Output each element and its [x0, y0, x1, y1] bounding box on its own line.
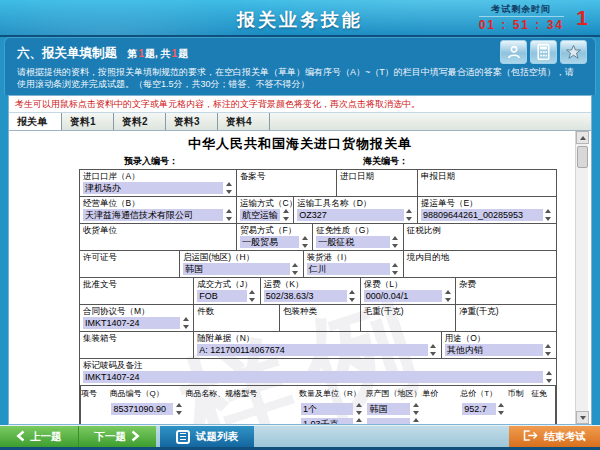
field-usage: 用途（O） 其他内销: [442, 332, 556, 358]
next-question-button[interactable]: 下一题: [78, 426, 157, 447]
operator-input[interactable]: 天津益海通信技术有限公司: [83, 209, 223, 221]
item1-total-cell: 952.7: [460, 402, 507, 424]
spinner-control[interactable]: [391, 236, 400, 248]
scroll-down-button[interactable]: [576, 411, 589, 424]
contract-no-input[interactable]: IMKT1407-24: [83, 317, 180, 329]
question-list-button[interactable]: 试题列表: [160, 426, 254, 447]
marks-input[interactable]: IMKT1407-24: [83, 371, 543, 383]
spinner-control[interactable]: [248, 290, 257, 302]
form-title: 中华人民共和国海关进口货物报关单: [9, 135, 591, 153]
declaration-table: 进口口岸（A） 津机场办 备案号 进口日期 申报日期: [79, 169, 557, 424]
calculator-button[interactable]: [530, 40, 557, 64]
previous-question-button[interactable]: 上一题: [0, 426, 78, 447]
field-packing: 包装种类: [280, 305, 361, 331]
spinner-control[interactable]: [411, 418, 420, 424]
tab-declaration-form[interactable]: 报关单: [9, 113, 62, 130]
spinner-control[interactable]: [497, 403, 506, 415]
end-exam-button[interactable]: 结束考试: [509, 426, 600, 447]
field-transaction-mode: 成交方式（J） FOB: [194, 278, 261, 304]
tab-material-2[interactable]: 资料2: [114, 113, 166, 130]
trade-mode-input[interactable]: 一般贸易: [240, 236, 299, 248]
spinner-control[interactable]: [348, 290, 357, 302]
tab-material-4[interactable]: 资料4: [218, 113, 270, 130]
total-price-input[interactable]: 952.7: [462, 403, 495, 415]
field-license-no: 许可证号: [80, 251, 180, 277]
spinner-control[interactable]: [411, 403, 420, 415]
commodity-code-input[interactable]: 85371090.90: [111, 403, 173, 415]
quantity-input-1[interactable]: 1个: [301, 403, 353, 415]
spinner-control[interactable]: [405, 209, 414, 221]
col-levy: 征免: [531, 388, 555, 399]
field-approval-no: 批准文号: [80, 278, 194, 304]
tab-material-1[interactable]: 资料1: [62, 113, 114, 130]
star-icon: [565, 44, 582, 60]
field-consignee: 收货单位: [80, 224, 237, 250]
field-declare-date: 申报日期: [418, 170, 556, 196]
documents-input[interactable]: A: 121700114067674: [197, 344, 428, 356]
usage-input[interactable]: 其他内销: [445, 344, 543, 356]
origin-country-input[interactable]: 韩国: [367, 403, 410, 415]
chevron-right-icon: [131, 430, 140, 444]
tab-material-3[interactable]: 资料3: [166, 113, 218, 130]
import-port-input[interactable]: 津机场办: [83, 182, 223, 194]
insurance-input[interactable]: 000/0.04/1: [364, 290, 442, 302]
table-row: 进口口岸（A） 津机场办 备案号 进口日期 申报日期: [80, 170, 556, 197]
items-header-row: 项号 商品编号（Q） 商品名称、规格型号 数量及单位（R） 原产国（地区）(S)…: [80, 386, 556, 400]
field-documents: 随附单据（N） A: 121700114067674: [194, 332, 442, 358]
question-nav-group: 上一题 下一题: [0, 426, 156, 447]
quantity-input-2[interactable]: 1.03千克: [301, 418, 353, 424]
table-row-marks: 标记唛码及备注 IMKT1407-24: [80, 359, 556, 386]
spinner-control[interactable]: [174, 403, 183, 415]
form-number-labels: 预录入编号： 海关编号：: [124, 155, 591, 168]
spinner-control[interactable]: [224, 182, 233, 194]
field-bill-no: 提运单号（E） 98809644261_00285953: [418, 197, 556, 223]
item1-qty-cell: 1个 1.03千克: [299, 402, 365, 424]
spinner-control[interactable]: [291, 263, 300, 275]
spinner-control[interactable]: [181, 317, 190, 329]
transaction-mode-input[interactable]: FOB: [197, 290, 247, 302]
origin-extra-input[interactable]: [367, 418, 410, 424]
field-net-weight: 净重(千克): [456, 305, 556, 331]
spinner-control[interactable]: [391, 263, 400, 275]
field-tax-ratio: 征税比例: [404, 224, 556, 250]
notice-text: 考生可以用鼠标点击资料中的文字或单元格内容，标注的文字背景颜色将变化，再次点击将…: [9, 96, 591, 113]
scrollbar-thumb[interactable]: [577, 146, 588, 168]
table-row: 收货单位 贸易方式（F） 一般贸易 征免性质（G） 一般征税 征税比例: [80, 224, 556, 251]
loading-port-input[interactable]: 仁川: [307, 263, 390, 275]
field-gross-weight: 毛重(千克): [361, 305, 456, 331]
transport-name-input[interactable]: OZ327: [297, 209, 404, 221]
spinner-control[interactable]: [300, 236, 309, 248]
field-transport-mode: 运输方式（C） 航空运输: [237, 197, 294, 223]
levy-nature-input[interactable]: 一般征税: [316, 236, 389, 248]
spinner-control[interactable]: [544, 209, 553, 221]
spinner-control[interactable]: [544, 371, 553, 383]
spinner-control[interactable]: [354, 418, 363, 424]
departure-country-input[interactable]: 韩国: [183, 263, 290, 275]
item1-code-cell: 85371090.90: [109, 402, 185, 424]
spinner-control[interactable]: [429, 344, 438, 356]
profile-button[interactable]: [500, 40, 527, 64]
item-row-1: 85371090.90 1个 1.03千克 韩国: [81, 400, 555, 424]
spinner-control[interactable]: [544, 344, 553, 356]
form-scrollbar[interactable]: [575, 131, 588, 424]
list-icon: [176, 430, 190, 444]
spinner-control[interactable]: [224, 209, 233, 221]
transport-mode-input[interactable]: 航空运输: [240, 209, 280, 221]
timer-label: 考试剩余时间: [479, 3, 564, 16]
field-marks: 标记唛码及备注 IMKT1407-24: [80, 359, 556, 385]
spinner-control[interactable]: [281, 209, 290, 221]
pre-entry-number-label: 预录入编号：: [124, 155, 178, 168]
bookmark-button[interactable]: [560, 40, 587, 64]
freight-input[interactable]: 502/38.63/3: [264, 290, 347, 302]
items-body: 85371090.90 1个 1.03千克 韩国: [80, 400, 556, 424]
spinner-control[interactable]: [354, 403, 363, 415]
field-levy-nature: 征免性质（G） 一般征税: [313, 224, 403, 250]
field-operator: 经营单位（B） 天津益海通信技术有限公司: [80, 197, 237, 223]
content-panel: 考生可以用鼠标点击资料中的文字或单元格内容，标注的文字背景颜色将变化，再次点击将…: [8, 95, 592, 425]
item1-origin-cell: 韩国: [365, 402, 422, 424]
scroll-up-button[interactable]: [576, 131, 589, 144]
bill-no-input[interactable]: 98809644261_00285953: [421, 209, 543, 221]
field-destination: 境内目的地: [404, 251, 556, 277]
header: 报关业务技能 考试剩余时间 01 : 51 : 34 1: [0, 0, 600, 37]
spinner-control[interactable]: [443, 290, 452, 302]
